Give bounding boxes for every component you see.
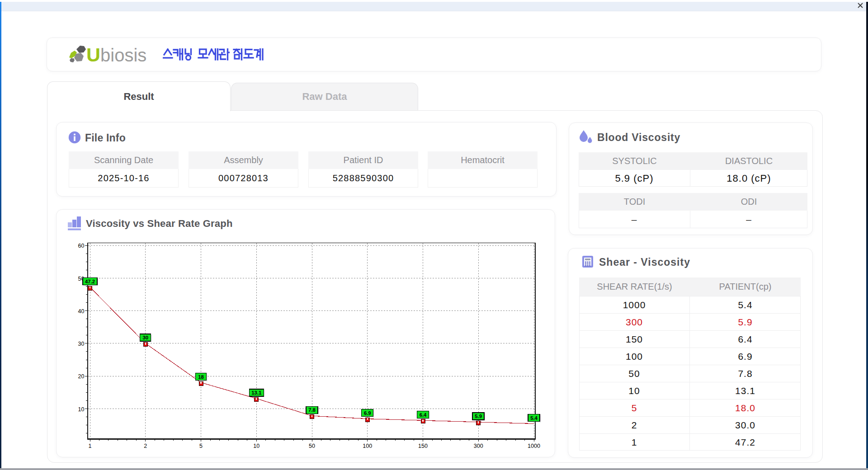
svg-text:30: 30 (78, 341, 85, 347)
svg-text:6.4: 6.4 (420, 412, 427, 418)
svg-text:100: 100 (363, 443, 372, 449)
svg-text:13.1: 13.1 (251, 390, 261, 395)
svg-text:40: 40 (78, 308, 85, 315)
svg-text:6.9: 6.9 (364, 410, 371, 416)
svg-text:20: 20 (78, 373, 85, 380)
svg-text:1: 1 (89, 443, 92, 449)
svg-text:5.4: 5.4 (530, 415, 538, 421)
svg-text:50: 50 (309, 443, 315, 449)
svg-text:47.2: 47.2 (85, 279, 95, 284)
svg-text:60: 60 (78, 243, 85, 249)
svg-text:18: 18 (198, 374, 204, 380)
svg-text:300: 300 (474, 443, 483, 449)
svg-text:1000: 1000 (528, 443, 540, 449)
svg-text:10: 10 (78, 406, 85, 413)
svg-text:5: 5 (199, 443, 203, 449)
svg-text:150: 150 (418, 443, 428, 449)
svg-text:10: 10 (253, 443, 259, 449)
svg-text:30: 30 (143, 335, 149, 340)
svg-text:7.8: 7.8 (308, 407, 316, 413)
svg-text:5.9: 5.9 (475, 414, 482, 419)
svg-text:2: 2 (144, 443, 147, 449)
